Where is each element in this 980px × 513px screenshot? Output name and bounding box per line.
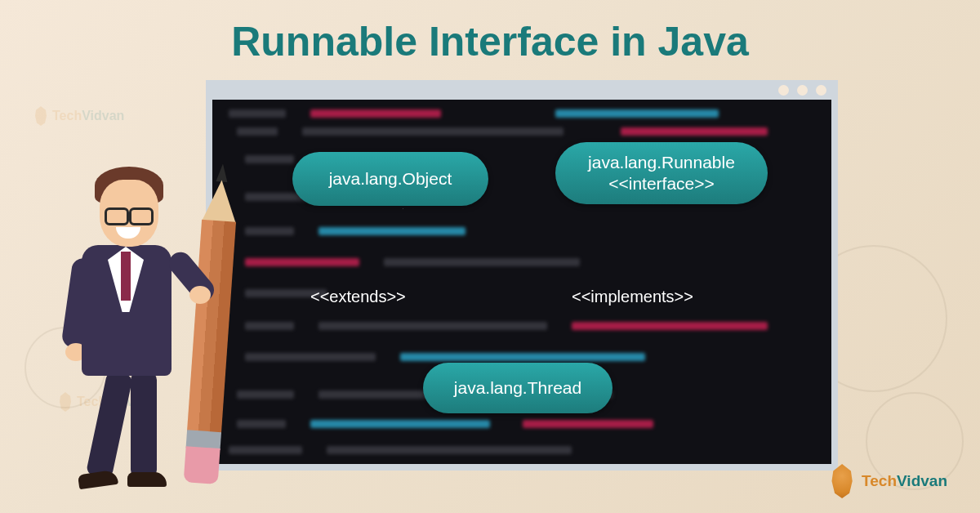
brand-part2: Vidvan [897,472,947,489]
brand-logo-icon [827,464,857,498]
brand-logo: TechVidvan [827,464,947,498]
diagram-arrows [212,87,457,209]
node-runnable-label-1: java.lang.Runnable [588,152,735,173]
label-implements: <<implements>> [572,288,693,306]
label-extends: <<extends>> [310,288,406,306]
code-window: java.lang.Object java.lang.Runnable <<in… [206,80,838,471]
node-runnable-label-2: <<interface>> [608,173,715,194]
pencil-icon [183,163,240,491]
cartoon-character [49,147,237,490]
node-runnable: java.lang.Runnable <<interface>> [555,142,768,204]
node-thread-label: java.lang.Thread [454,377,581,399]
node-thread: java.lang.Thread [423,363,612,413]
page-title: Runnable Interface in Java [0,0,980,65]
brand-part1: Tech [862,472,897,489]
